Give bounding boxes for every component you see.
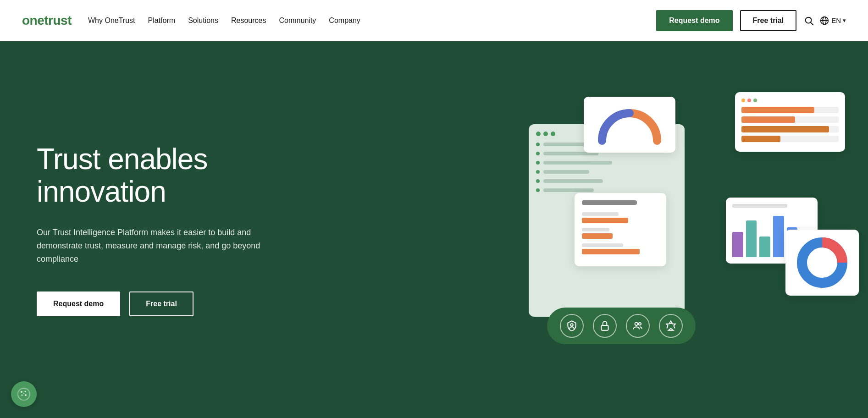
search-button[interactable] <box>804 16 814 26</box>
hbar-card <box>735 92 845 152</box>
svg-point-16 <box>23 393 24 394</box>
nav-link-why-onetrust[interactable]: Why OneTrust <box>88 16 135 25</box>
hero-buttons: Request demo Free trial <box>37 292 321 316</box>
nav-link-company[interactable]: Company <box>329 16 360 25</box>
vbar-col <box>759 236 770 257</box>
vbar-col <box>732 232 743 257</box>
gauge-card <box>584 97 675 153</box>
metric-row <box>582 243 659 254</box>
svg-point-9 <box>635 322 638 325</box>
nav-link-community[interactable]: Community <box>279 16 316 25</box>
icon-bar <box>547 308 696 344</box>
hbar-row <box>741 107 839 113</box>
navbar: onetrust Why OneTrust Platform Solutions… <box>0 0 868 41</box>
recycle-icon <box>665 320 677 332</box>
logo[interactable]: onetrust <box>22 13 72 28</box>
nav-link-resources[interactable]: Resources <box>231 16 266 25</box>
nav-free-trial-button[interactable]: Free trial <box>740 10 797 31</box>
svg-rect-8 <box>601 325 608 330</box>
svg-point-7 <box>570 324 573 326</box>
svg-point-14 <box>22 395 23 396</box>
cookie-badge[interactable] <box>11 381 37 407</box>
panel-dot-3 <box>551 132 555 136</box>
hbar-row <box>741 126 839 132</box>
hero-content: Trust enables innovation Our Trust Intel… <box>37 143 321 316</box>
donut-chart <box>795 235 850 290</box>
list-item <box>536 161 677 165</box>
svg-point-12 <box>21 391 22 393</box>
search-icon <box>804 16 814 26</box>
list-item <box>536 179 677 183</box>
hbar-row <box>741 136 839 142</box>
people-icon-circle <box>626 314 650 338</box>
lock-icon-circle <box>593 314 617 338</box>
hero-title: Trust enables innovation <box>37 143 321 208</box>
svg-point-10 <box>639 323 641 325</box>
svg-point-13 <box>25 391 26 392</box>
nav-links: Why OneTrust Platform Solutions Resource… <box>88 16 360 25</box>
svg-line-1 <box>811 22 813 25</box>
donut-card <box>785 230 859 296</box>
gauge-chart <box>593 104 666 145</box>
list-item <box>536 170 677 174</box>
recycle-icon-circle <box>659 314 683 338</box>
language-label: EN <box>831 16 841 24</box>
hero-section: Trust enables innovation Our Trust Intel… <box>0 41 868 418</box>
hero-free-trial-button[interactable]: Free trial <box>129 292 194 316</box>
hbar-dot-1 <box>741 99 745 102</box>
metric-row <box>582 212 659 223</box>
vbar-title-bar <box>732 204 787 208</box>
nav-icons: EN ▾ <box>804 16 846 26</box>
hbar-dot-2 <box>747 99 751 102</box>
hero-request-demo-button[interactable]: Request demo <box>37 292 120 316</box>
nav-right: Request demo Free trial EN ▾ <box>656 10 846 31</box>
panel-dot-1 <box>536 132 541 136</box>
nav-request-demo-button[interactable]: Request demo <box>656 10 732 31</box>
hero-illustration <box>501 88 850 372</box>
hbar-row <box>741 116 839 123</box>
metrics-card <box>575 193 666 266</box>
hero-subtitle: Our Trust Intelligence Platform makes it… <box>37 226 275 265</box>
cookie-icon <box>17 387 31 401</box>
vbar-col <box>773 216 784 257</box>
globe-icon <box>819 16 829 26</box>
panel-dot-2 <box>543 132 548 136</box>
hbar-dot-3 <box>753 99 757 102</box>
nav-left: onetrust Why OneTrust Platform Solutions… <box>22 13 360 28</box>
svg-point-11 <box>18 388 30 400</box>
chevron-down-icon: ▾ <box>843 17 846 24</box>
shield-person-icon <box>566 320 578 332</box>
list-item <box>536 188 677 192</box>
metric-header-bar <box>582 200 637 205</box>
shield-person-icon-circle <box>560 314 584 338</box>
metric-row <box>582 228 659 239</box>
nav-link-platform[interactable]: Platform <box>148 16 176 25</box>
dashboard-container <box>501 88 850 372</box>
language-button[interactable]: EN ▾ <box>819 16 846 26</box>
svg-point-15 <box>25 394 27 396</box>
nav-link-solutions[interactable]: Solutions <box>188 16 218 25</box>
lock-icon <box>599 320 611 332</box>
people-icon <box>632 320 644 332</box>
svg-point-6 <box>808 249 836 276</box>
vbar-col <box>746 220 757 257</box>
hbar-dots <box>741 99 839 102</box>
